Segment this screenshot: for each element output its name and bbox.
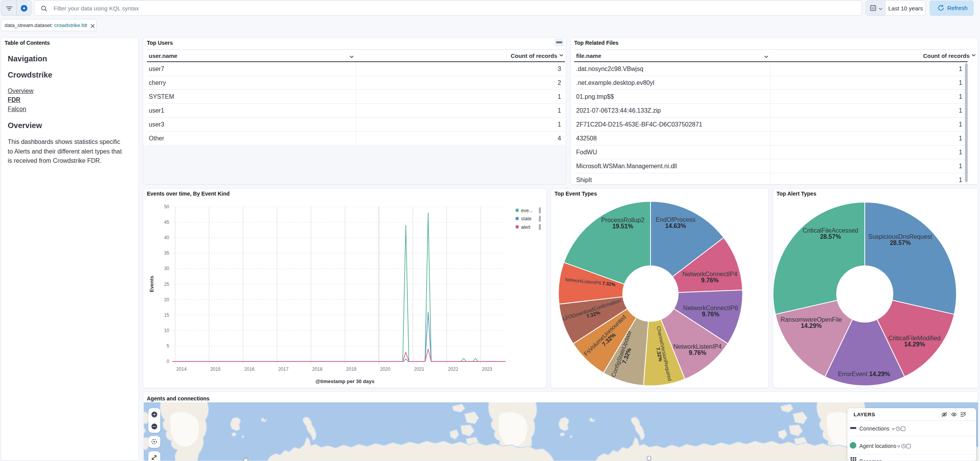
svg-text:2016: 2016 [244,366,255,372]
svg-text:19.51%: 19.51% [612,223,633,230]
svg-text:CriticalFileModified: CriticalFileModified [888,335,940,341]
svg-text:25: 25 [164,282,170,287]
svg-text:ProcessRollup2: ProcessRollup2 [601,217,644,223]
svg-text:eve...: eve... [521,208,533,213]
svg-text:state: state [521,216,531,221]
svg-text:9.76%: 9.76% [702,311,719,317]
svg-text:2023: 2023 [482,366,493,372]
svg-text:RansomwareOpenFile: RansomwareOpenFile [780,316,842,323]
svg-text:2020: 2020 [380,366,390,372]
svg-text:9.76%: 9.76% [689,350,706,356]
svg-text:28.57%: 28.57% [820,233,841,240]
svg-text:2021: 2021 [414,366,424,372]
svg-text:NetworkListenIP4: NetworkListenIP4 [673,343,721,350]
svg-text:2015: 2015 [210,366,221,372]
svg-text:10: 10 [164,328,170,333]
svg-text:9.76%: 9.76% [701,277,718,284]
svg-text:0: 0 [166,359,169,364]
svg-text:NetworkConnectIP4: NetworkConnectIP4 [682,271,737,277]
svg-text:EndOfProcess: EndOfProcess [656,216,695,223]
svg-text:2018: 2018 [312,366,323,372]
svg-text:45: 45 [164,220,170,225]
svg-text:@timestamp per 30 days: @timestamp per 30 days [316,378,375,384]
svg-text:2022: 2022 [448,366,458,372]
svg-text:40: 40 [164,235,170,240]
svg-text:SuspiciousDnsRequest: SuspiciousDnsRequest [868,233,932,240]
svg-text:14.29%: 14.29% [904,341,925,348]
svg-text:2014: 2014 [177,366,187,372]
svg-text:2017: 2017 [278,366,289,372]
svg-text:2019: 2019 [346,366,356,372]
svg-text:50: 50 [164,204,170,209]
svg-text:ErrorEvent 14.29%: ErrorEvent 14.29% [838,371,890,377]
svg-text:35: 35 [164,250,170,256]
svg-text:CriticalFileAccessed: CriticalFileAccessed [803,227,858,234]
svg-text:15: 15 [164,312,170,318]
svg-text:Events: Events [149,276,155,292]
svg-text:30: 30 [164,266,170,271]
svg-text:14.29%: 14.29% [801,323,822,329]
svg-text:5: 5 [166,343,169,349]
svg-text:14.63%: 14.63% [665,223,686,229]
svg-text:20: 20 [164,297,170,302]
svg-text:NetworkConnectIP6: NetworkConnectIP6 [683,305,738,311]
svg-text:28.57%: 28.57% [890,240,911,246]
svg-text:alert: alert [521,225,531,230]
